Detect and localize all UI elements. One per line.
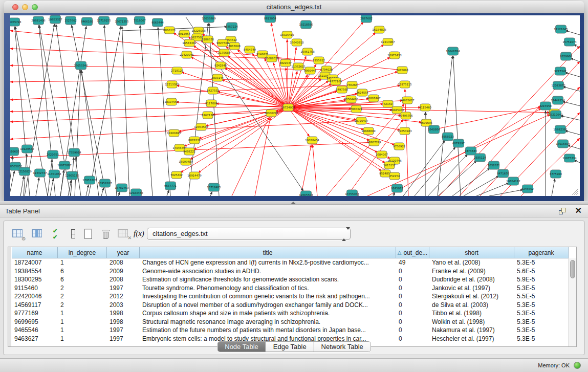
cell[interactable]: 0 [396,301,429,309]
citation-edge-black[interactable] [562,101,580,106]
graph-node-teal[interactable]: 24055724 [10,18,21,26]
cell[interactable]: 2003 [107,301,140,309]
cell[interactable]: 19384554 [12,268,58,275]
cell[interactable]: 5.3E-5 [514,310,569,317]
cell[interactable]: Corpus callosum shape and size in male p… [140,310,396,317]
graph-node-yellow[interactable]: 18807249 [367,139,381,146]
graph-node-yellow[interactable]: 2867608 [228,42,241,50]
graph-node-teal[interactable]: 1640954 [428,125,441,134]
graph-node-teal[interactable]: 15718485 [207,183,221,191]
graph-node-teal[interactable]: 7857224 [226,23,238,31]
citation-edge-black[interactable] [60,26,86,196]
cell[interactable]: 9115460 [12,285,58,292]
cell[interactable]: 5.6E-5 [514,268,569,275]
cell[interactable]: 5.3E-5 [514,326,569,334]
graph-node-yellow[interactable]: 7625402 [170,171,183,179]
graph-node-teal[interactable]: 8813054 [264,15,277,23]
citation-edge-black[interactable] [563,86,580,92]
column-header-pagerank[interactable]: pagerank [514,247,569,258]
citation-edge-red[interactable] [10,65,326,70]
column-header-year[interactable]: year [107,247,140,258]
citation-edge-black[interactable] [403,140,445,196]
citation-edge-black[interactable] [122,26,129,196]
graph-node-teal[interactable]: 19129532 [20,145,34,153]
graph-node-yellow[interactable]: 12213967 [381,38,395,46]
cell[interactable]: 5.3E-5 [514,335,569,342]
graph-node-yellow[interactable]: 2803144 [211,74,224,81]
cell[interactable]: Structural magnetic resonance image aver… [140,318,396,325]
graph-node-yellow[interactable]: 1615152 [383,162,396,169]
panel-splitter[interactable] [0,201,588,205]
graph-node-teal[interactable]: 8466160 [81,17,94,26]
graph-node-yellow[interactable]: 10688609 [361,127,376,135]
citation-edge-black[interactable] [565,73,580,77]
citation-edge-black[interactable] [489,190,523,196]
column-header-short[interactable]: short [429,247,514,258]
table-row[interactable]: 969969511998Structural magnetic resonanc… [12,318,569,326]
graph-node-yellow[interactable]: 12975115 [398,81,411,88]
cell[interactable]: Estimation of the future numbers of pati… [140,326,396,334]
graph-node-teal[interactable]: 10719155 [97,16,111,25]
graph-node-yellow[interactable]: 16543382 [182,39,196,47]
row-height-icon[interactable] [66,227,81,242]
cell[interactable]: 1997 [107,285,140,292]
graph-node-teal[interactable]: 1527602 [64,16,77,25]
cell[interactable]: Genome-wide association studies in ADHD. [140,268,396,275]
graph-node-teal[interactable]: 16033809 [202,15,216,23]
graph-node-teal[interactable]: 7516067 [134,16,146,25]
cell[interactable]: 0 [396,293,429,300]
graph-node-yellow[interactable]: 8878332 [188,137,201,144]
tab-network-table[interactable]: Network Table [314,342,371,352]
float-panel-icon[interactable] [558,207,567,215]
graph-node-yellow[interactable]: 10973433 [387,52,401,59]
graph-node-teal[interactable]: 12923448 [129,189,143,196]
cell[interactable]: Investigating the contribution of common… [140,293,396,300]
cell[interactable]: 2 [58,301,107,309]
graph-node-yellow[interactable]: 746266 [347,81,358,89]
cell[interactable]: Wolkin et al. (1998) [429,318,514,325]
graph-node-yellow[interactable]: 16154808 [372,26,386,33]
graph-node-teal[interactable]: 2935114 [474,154,487,162]
table-row[interactable]: 1456911722003Disruption of a novel membe… [12,301,569,310]
citation-edge-black[interactable] [140,25,153,196]
cell[interactable]: 9777169 [12,310,58,317]
cell[interactable]: 5.3E-5 [514,318,569,325]
cell[interactable]: 2 [58,285,107,292]
citation-edge-black[interactable] [438,161,476,196]
cell[interactable]: 9465546 [12,326,58,334]
graph-node-teal[interactable]: 11121045 [554,25,568,33]
zoom-window-button[interactable] [32,4,38,10]
graph-node-teal[interactable]: 14755364 [345,190,359,196]
cell[interactable]: 5.3E-5 [514,301,569,309]
graph-node-teal[interactable]: 9245012 [391,184,403,192]
column-header-title[interactable]: title [140,247,396,258]
column-header-out-de-[interactable]: △out_de... [396,247,429,258]
graph-node-teal[interactable]: 8471676 [497,169,510,178]
cell[interactable]: Changes of HCN gene expression and I(f) … [140,259,396,266]
graph-node-yellow[interactable]: 19654923 [398,127,411,135]
cell[interactable]: 1 [58,326,107,334]
table-row[interactable]: 977716911998Corpus callosum shape and si… [12,309,569,318]
cell[interactable]: Disruption of a novel member of a sodium… [140,301,396,309]
citation-edge-black[interactable] [570,58,580,62]
graph-node-teal[interactable]: 17359924 [67,148,81,157]
citation-edge-black[interactable] [565,130,580,135]
citation-edge-red[interactable] [301,145,311,196]
cell[interactable]: Yano et al. (2008) [429,259,514,266]
graph-node-teal[interactable]: 9227342 [554,67,567,75]
graph-node-yellow[interactable]: 8186328 [202,36,214,43]
network-window-titlebar[interactable]: citations_edges.txt [4,1,584,13]
citation-edge-black[interactable] [50,179,53,196]
graph-node-teal[interactable]: 7632621 [488,161,500,169]
graph-node-teal[interactable]: 16648784 [446,47,460,55]
cell[interactable]: 1998 [107,310,140,317]
citation-edge-black[interactable] [428,155,468,196]
graph-node-teal[interactable]: 12093872 [551,81,565,90]
graph-node-yellow[interactable]: 10807467 [366,95,380,102]
graph-node-yellow[interactable]: 18107554 [164,98,179,105]
minimize-window-button[interactable] [22,4,28,10]
citation-edge-red[interactable] [232,117,269,196]
table-row[interactable]: 1872400712008Changes of HCN gene express… [12,258,569,267]
citation-edge-red[interactable] [288,47,296,107]
table-selector-dropdown[interactable]: citations_edges.txt [147,228,351,240]
